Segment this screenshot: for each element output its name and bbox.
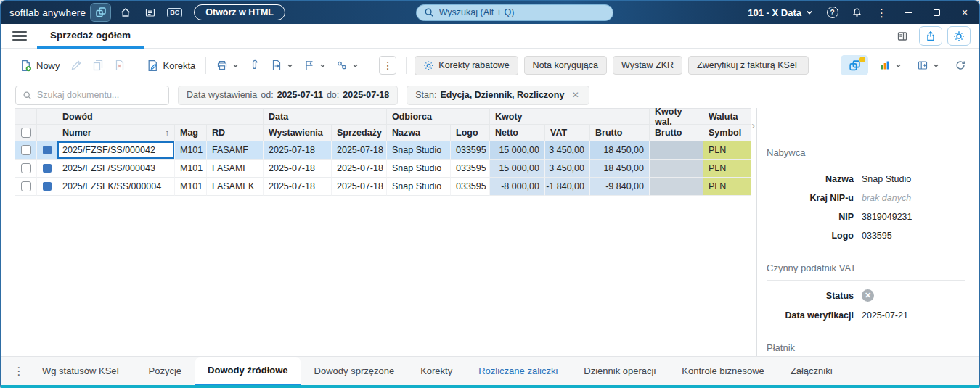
workspace-selector[interactable]: 101 - X Data — [748, 7, 813, 18]
state-filter-chip[interactable]: Stan: Edycja, Dziennik, Rozliczony ✕ — [407, 86, 589, 105]
table-row[interactable]: 2025/FZSFK/SS/000004 M101 FASAMFK 2025-0… — [15, 178, 756, 196]
column-header-brutto-wal[interactable]: Brutto — [650, 125, 703, 141]
row-checkbox[interactable] — [21, 145, 31, 155]
cell-sprzedazy[interactable]: 2025-07-18 — [332, 178, 387, 196]
column-header-brutto[interactable]: Brutto — [590, 125, 650, 141]
global-search[interactable] — [416, 4, 613, 21]
document-search[interactable] — [15, 86, 169, 105]
tab-korekty[interactable]: Korekty — [408, 357, 465, 386]
cell-brutto-wal[interactable] — [650, 141, 703, 160]
focus-mode-button[interactable] — [947, 26, 971, 46]
cell-numer[interactable]: 2025/FZSF/SS/000043 — [57, 160, 175, 178]
workspaces-button[interactable] — [91, 4, 110, 21]
table-row[interactable]: 2025/FZSF/SS/000042 M101 FASAMF 2025-07-… — [15, 141, 756, 160]
cell-brutto-wal[interactable] — [650, 160, 703, 178]
bottom-tabs-menu-button[interactable]: ⋮ — [9, 365, 28, 378]
notifications-button[interactable] — [847, 4, 867, 21]
column-header-symbol[interactable]: Symbol — [703, 125, 751, 141]
cell-numer[interactable]: 2025/FZSF/SS/000042 — [57, 141, 175, 160]
export-document-button[interactable] — [266, 56, 298, 75]
sort-ascending-icon[interactable]: ↑ — [165, 128, 169, 138]
tab-pozycje[interactable]: Pozycje — [136, 357, 195, 386]
group-header-data[interactable]: Data — [264, 108, 387, 125]
cell-brutto[interactable]: 18 450,00 — [590, 141, 650, 160]
help-button[interactable]: ? — [822, 4, 842, 21]
cell-netto[interactable]: 15 000,00 — [490, 160, 545, 178]
cell-vat[interactable]: 3 450,00 — [545, 141, 590, 160]
remove-filter-icon[interactable]: ✕ — [570, 90, 581, 101]
cell-rd[interactable]: FASAMFK — [207, 178, 264, 196]
copy-document-button[interactable] — [88, 56, 108, 75]
cell-wystawienia[interactable]: 2025-07-18 — [264, 160, 332, 178]
window-close-button[interactable]: × — [953, 3, 976, 22]
tab-dziennik-operacji[interactable]: Dziennik operacji — [571, 357, 668, 386]
correction-button[interactable]: Korekta — [142, 56, 200, 75]
relations-button[interactable] — [332, 56, 363, 75]
tab-rozliczane-zaliczki[interactable]: Rozliczane zaliczki — [466, 357, 570, 386]
cell-netto[interactable]: -8 000,00 — [490, 178, 545, 196]
chart-view-button[interactable] — [875, 56, 906, 75]
column-header-numer[interactable]: Numer ↑ — [57, 125, 175, 141]
expand-columns-button[interactable]: › — [751, 120, 755, 131]
panel-view-button[interactable] — [912, 56, 944, 75]
cell-wystawienia[interactable]: 2025-07-18 — [264, 178, 332, 196]
cell-vat[interactable]: 3 450,00 — [545, 160, 590, 178]
refresh-button[interactable] — [950, 56, 971, 75]
column-header-sprzedazy[interactable]: Sprzedaży — [332, 125, 387, 141]
cell-symbol[interactable]: PLN — [703, 141, 751, 160]
tab-kontrole-biznesowe[interactable]: Kontrole biznesowe — [669, 357, 776, 386]
issue-date-filter-chip[interactable]: Data wystawienia od: 2025-07-11 do: 2025… — [178, 86, 398, 105]
print-button[interactable] — [212, 56, 243, 75]
cell-nazwa[interactable]: Snap Studio — [387, 178, 451, 196]
flag-button[interactable] — [299, 56, 330, 75]
cell-netto[interactable]: 15 000,00 — [490, 141, 545, 160]
tab-sprzedaz-ogolem[interactable]: Sprzedaż ogółem — [37, 24, 144, 49]
column-header-netto[interactable]: Netto — [490, 125, 545, 141]
row-checkbox[interactable] — [21, 163, 31, 173]
news-button[interactable] — [140, 4, 160, 21]
column-header-logo[interactable]: Logo — [451, 125, 490, 141]
cell-brutto[interactable]: -9 840,00 — [590, 178, 650, 196]
tab-dowody-zrodlowe[interactable]: Dowody źródłowe — [195, 357, 301, 386]
column-header-mag[interactable]: Mag — [175, 125, 207, 141]
document-search-input[interactable] — [37, 90, 162, 100]
cell-mag[interactable]: M101 — [175, 141, 207, 160]
cell-mag[interactable]: M101 — [175, 178, 207, 196]
menu-button[interactable] — [12, 31, 27, 41]
cell-sprzedazy[interactable]: 2025-07-18 — [332, 141, 387, 160]
attachments-button[interactable] — [245, 56, 265, 75]
cell-numer[interactable]: 2025/FZSFK/SS/000004 — [57, 178, 175, 196]
share-button[interactable] — [919, 26, 942, 46]
global-search-input[interactable] — [439, 7, 605, 17]
cell-brutto-wal[interactable] — [650, 178, 703, 196]
cell-logo[interactable]: 033595 — [451, 160, 490, 178]
tab-zalaczniki[interactable]: Załączniki — [778, 357, 845, 386]
layout-panel-button[interactable] — [891, 26, 914, 46]
cell-symbol[interactable]: PLN — [703, 178, 751, 196]
cell-rd[interactable]: FASAMF — [207, 141, 264, 160]
tab-dowody-sprzezone[interactable]: Dowody sprzężone — [302, 357, 407, 386]
group-header-kwoty[interactable]: Kwoty — [490, 108, 650, 125]
row-checkbox[interactable] — [21, 181, 31, 191]
discount-corrections-button[interactable]: Korekty rabatowe — [415, 56, 518, 75]
column-header-nazwa[interactable]: Nazwa — [387, 125, 451, 141]
window-minimize-button[interactable] — [897, 3, 920, 22]
more-actions-button[interactable]: ⋮ — [379, 56, 396, 75]
cell-nazwa[interactable]: Snap Studio — [387, 160, 451, 178]
cell-wystawienia[interactable]: 2025-07-18 — [264, 141, 332, 160]
correction-note-button[interactable]: Nota korygująca — [524, 56, 607, 75]
table-row[interactable]: 2025/FZSF/SS/000043 M101 FASAMF 2025-07-… — [15, 160, 756, 178]
edit-document-button[interactable] — [66, 56, 86, 75]
group-header-odbiorca[interactable]: Odbiorca — [387, 108, 490, 125]
column-header-wystawienia[interactable]: Wystawienia — [264, 125, 332, 141]
home-button[interactable] — [115, 4, 135, 21]
delete-document-button[interactable] — [110, 56, 130, 75]
cell-nazwa[interactable]: Snap Studio — [387, 141, 451, 160]
cell-rd[interactable]: FASAMF — [207, 160, 264, 178]
verify-ksef-button[interactable]: Zweryfikuj z fakturą KSeF — [688, 56, 809, 75]
issue-zkr-button[interactable]: Wystaw ZKR — [613, 56, 682, 75]
cell-sprzedazy[interactable]: 2025-07-18 — [332, 160, 387, 178]
cell-logo[interactable]: 033595 — [451, 141, 490, 160]
group-header-waluta[interactable]: Waluta — [703, 108, 751, 125]
group-header-dowod[interactable]: Dowód — [57, 108, 264, 125]
